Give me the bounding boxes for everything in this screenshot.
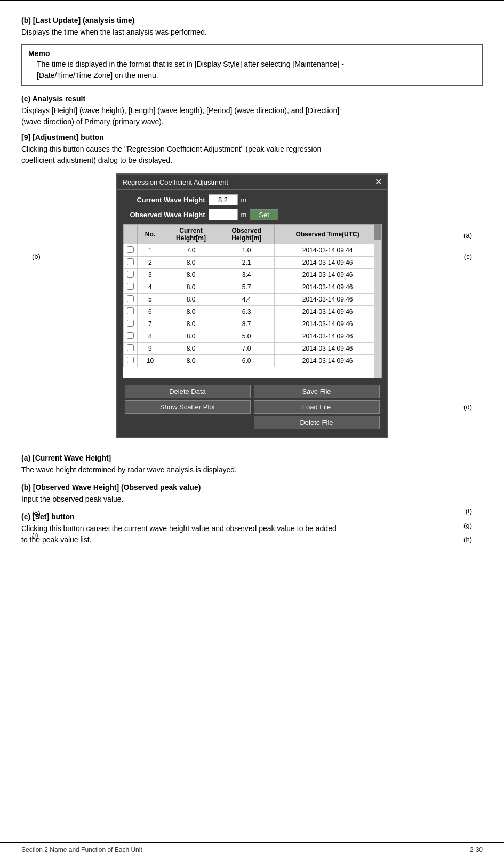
table-body: 17.01.02014-03-14 09:4428.02.12014-03-14… — [123, 244, 381, 367]
table-header-row: No. CurrentHeight[m] ObservedHeight[m] O… — [123, 225, 381, 244]
table-cell: 2014-03-14 09:46 — [274, 257, 381, 269]
table-cell: 7 — [137, 318, 163, 330]
table-row: 28.02.12014-03-14 09:46 — [123, 257, 381, 269]
col-observed-time: Observed Time(UTC) — [274, 225, 381, 244]
table-cell: 8.0 — [163, 306, 219, 318]
row-checkbox[interactable] — [127, 320, 134, 327]
row-checkbox[interactable] — [127, 307, 134, 314]
observed-wave-height-input[interactable] — [209, 209, 238, 220]
section-b2-text: Input the observed peak value. — [21, 494, 483, 505]
row-checkbox[interactable] — [127, 283, 134, 290]
table-cell: 5.0 — [219, 330, 274, 343]
table-cell: 9 — [137, 343, 163, 355]
delete-file-button[interactable]: Delete File — [254, 416, 380, 429]
table-row: 58.04.42014-03-14 09:46 — [123, 294, 381, 306]
observed-wave-height-label: Observed Wave Height — [123, 211, 205, 219]
row-checkbox-cell[interactable] — [123, 257, 137, 269]
annotation-e: (e) — [32, 510, 41, 518]
section-b-text: Displays the time when the last analysis… — [21, 27, 483, 38]
table-cell: 4 — [137, 281, 163, 294]
col-checkbox — [123, 225, 137, 244]
table-cell: 6.3 — [219, 306, 274, 318]
dialog-title: Regression Coefficient Adjustment — [123, 178, 228, 186]
data-table-wrapper: No. CurrentHeight[m] ObservedHeight[m] O… — [123, 224, 382, 378]
table-cell: 2014-03-14 09:46 — [274, 355, 381, 367]
table-cell: 2 — [137, 257, 163, 269]
section-9-heading: [9] [Adjustment] button — [21, 133, 483, 141]
row-checkbox-cell[interactable] — [123, 355, 137, 367]
row-checkbox-cell[interactable] — [123, 330, 137, 343]
show-scatter-button[interactable]: Show Scatter Plot — [125, 400, 251, 414]
table-cell: 2014-03-14 09:44 — [274, 244, 381, 257]
footer-right: Save File Load File Delete File — [254, 385, 380, 429]
memo-box: Memo The time is displayed in the format… — [21, 44, 483, 86]
table-cell: 8.0 — [163, 269, 219, 281]
load-file-button[interactable]: Load File — [254, 400, 380, 414]
table-cell: 8.7 — [219, 318, 274, 330]
row-checkbox-cell[interactable] — [123, 244, 137, 257]
row-checkbox-cell[interactable] — [123, 318, 137, 330]
scrollbar[interactable] — [374, 224, 381, 378]
table-cell: 1.0 — [219, 244, 274, 257]
row-checkbox[interactable] — [127, 332, 134, 339]
footer-right-text: 2-30 — [470, 846, 483, 853]
table-row: 68.06.32014-03-14 09:46 — [123, 306, 381, 318]
section-b-heading: (b) [Last Update] (analysis time) — [21, 16, 483, 25]
annotation-h: (h) — [463, 535, 472, 543]
observed-wave-height-row: Observed Wave Height m Set — [123, 209, 382, 220]
annotation-c: (c) — [464, 252, 472, 260]
section-c-text: Displays [Height] (wave height), [Length… — [21, 105, 483, 128]
footer-left-text: Section 2 Name and Function of Each Unit — [21, 846, 142, 853]
annotation-d: (d) — [463, 403, 472, 411]
row-checkbox[interactable] — [127, 344, 134, 351]
current-wave-height-label: Current Wave Height — [123, 196, 205, 204]
table-cell: 8 — [137, 330, 163, 343]
table-cell: 2014-03-14 09:46 — [274, 330, 381, 343]
row-checkbox-cell[interactable] — [123, 269, 137, 281]
dialog-titlebar: Regression Coefficient Adjustment ✕ — [117, 175, 387, 190]
observed-wave-height-unit: m — [241, 211, 247, 219]
row-checkbox[interactable] — [127, 246, 134, 253]
table-row: 17.01.02014-03-14 09:44 — [123, 244, 381, 257]
dialog-area: (b) (e) (i) (a) (c) (d) (f) (g) (h) Regr… — [21, 173, 483, 438]
row-checkbox[interactable] — [127, 295, 134, 302]
row-checkbox[interactable] — [127, 357, 134, 363]
table-cell: 7.0 — [219, 343, 274, 355]
regression-dialog: Regression Coefficient Adjustment ✕ Curr… — [116, 173, 388, 438]
scrollbar-thumb[interactable] — [374, 224, 381, 240]
table-cell: 2014-03-14 09:46 — [274, 318, 381, 330]
annotation-i: (i) — [32, 531, 38, 539]
table-cell: 8.0 — [163, 330, 219, 343]
row-checkbox-cell[interactable] — [123, 281, 137, 294]
row-checkbox[interactable] — [127, 258, 134, 265]
section-c2-text: Clicking this button causes the current … — [21, 523, 483, 545]
table-cell: 7.0 — [163, 244, 219, 257]
row-checkbox-cell[interactable] — [123, 343, 137, 355]
table-cell: 8.0 — [163, 281, 219, 294]
table-row: 48.05.72014-03-14 09:46 — [123, 281, 381, 294]
current-wave-height-row: Current Wave Height 8.2 m — [123, 194, 382, 205]
section-a-text: The wave height determined by radar wave… — [21, 464, 483, 476]
table-row: 108.06.02014-03-14 09:46 — [123, 355, 381, 367]
annotation-a: (a) — [463, 231, 472, 239]
section-b2-heading: (b) [Observed Wave Height] (Observed pea… — [21, 483, 483, 492]
dialog-close-button[interactable]: ✕ — [375, 178, 382, 186]
table-cell: 8.0 — [163, 257, 219, 269]
section-c2-heading: (c) [Set] button — [21, 512, 483, 521]
table-cell: 6 — [137, 306, 163, 318]
table-cell: 10 — [137, 355, 163, 367]
row-checkbox[interactable] — [127, 271, 134, 278]
annotation-g: (g) — [463, 521, 472, 529]
table-cell: 8.0 — [163, 343, 219, 355]
table-cell: 3 — [137, 269, 163, 281]
section-9-text: Clicking this button causes the "Regress… — [21, 144, 483, 166]
save-file-button[interactable]: Save File — [254, 385, 380, 398]
dialog-body: Current Wave Height 8.2 m Observed Wave … — [117, 190, 387, 437]
row-checkbox-cell[interactable] — [123, 306, 137, 318]
footer-left: Delete Data Show Scatter Plot — [125, 385, 251, 429]
table-cell: 1 — [137, 244, 163, 257]
row-checkbox-cell[interactable] — [123, 294, 137, 306]
table-cell: 2.1 — [219, 257, 274, 269]
delete-data-button[interactable]: Delete Data — [125, 385, 251, 398]
set-button[interactable]: Set — [250, 209, 278, 220]
